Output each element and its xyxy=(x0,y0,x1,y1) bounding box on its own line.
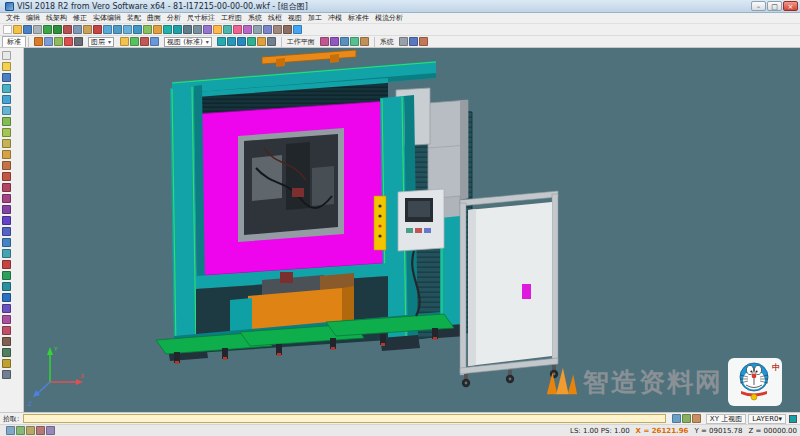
extrude-tool-icon[interactable] xyxy=(2,271,11,280)
trim-tool-icon[interactable] xyxy=(2,161,11,170)
scale-tool-icon[interactable] xyxy=(2,238,11,247)
attribute-match-icon[interactable] xyxy=(44,37,53,46)
view-name-field[interactable]: XY 上视图 xyxy=(706,414,746,424)
layer-field[interactable]: LAYER0 ▾ xyxy=(748,414,786,424)
system-macro-icon[interactable] xyxy=(419,37,428,46)
workplane-3pt-icon[interactable] xyxy=(350,37,359,46)
fillet-tool-icon[interactable] xyxy=(2,183,11,192)
sweep-tool-icon[interactable] xyxy=(2,293,11,302)
pattern-tool-icon[interactable] xyxy=(2,348,11,357)
layer-off-icon[interactable] xyxy=(140,37,149,46)
help-icon[interactable] xyxy=(293,25,302,34)
hole-feature-icon[interactable] xyxy=(2,337,11,346)
move-tool-icon[interactable] xyxy=(2,216,11,225)
menu-item[interactable]: 实体编辑 xyxy=(90,13,124,23)
shell-tool-icon[interactable] xyxy=(2,315,11,324)
cut-icon[interactable] xyxy=(63,25,72,34)
mirror-tool-icon[interactable] xyxy=(2,205,11,214)
boolean-union-icon[interactable] xyxy=(2,326,11,335)
menu-item[interactable]: 冲模 xyxy=(325,13,345,23)
layer-on-icon[interactable] xyxy=(130,37,139,46)
layer-manager-icon[interactable] xyxy=(213,25,222,34)
annotation-tool-icon[interactable] xyxy=(2,370,11,379)
view-shade-icon[interactable] xyxy=(267,37,276,46)
close-button[interactable]: × xyxy=(783,1,798,11)
command-input[interactable] xyxy=(23,414,666,423)
zoom-window-icon[interactable] xyxy=(123,25,132,34)
snap-icon[interactable] xyxy=(243,25,252,34)
dimension-tool-icon[interactable] xyxy=(2,359,11,368)
workplane-normal-icon[interactable] xyxy=(360,37,369,46)
rotate-tool-icon[interactable] xyxy=(2,227,11,236)
layer-new-icon[interactable] xyxy=(120,37,129,46)
delete-entity-icon[interactable] xyxy=(2,260,11,269)
toolbar-tab-standard[interactable]: 标准 xyxy=(2,36,26,47)
new-file-icon[interactable] xyxy=(3,25,12,34)
iso-view-icon[interactable] xyxy=(163,25,172,34)
top-view-icon[interactable] xyxy=(173,25,182,34)
system-settings-icon[interactable] xyxy=(399,37,408,46)
loft-tool-icon[interactable] xyxy=(2,304,11,313)
button-strip[interactable] xyxy=(374,196,386,250)
view-cube-icon[interactable] xyxy=(672,414,681,423)
filter-icon[interactable] xyxy=(54,37,63,46)
maximize-button[interactable]: □ xyxy=(767,1,782,11)
menu-item[interactable]: 曲面 xyxy=(144,13,164,23)
spline-tool-icon[interactable] xyxy=(2,139,11,148)
rectangle-tool-icon[interactable] xyxy=(2,117,11,126)
menu-item[interactable]: 分析 xyxy=(164,13,184,23)
polygon-tool-icon[interactable] xyxy=(2,128,11,137)
view-side-icon[interactable] xyxy=(237,37,246,46)
zoom-in-icon[interactable] xyxy=(103,25,112,34)
circle-tool-icon[interactable] xyxy=(2,95,11,104)
color-swatch-icon[interactable] xyxy=(64,37,73,46)
workplane-zx-icon[interactable] xyxy=(340,37,349,46)
arc-tool-icon[interactable] xyxy=(2,84,11,93)
menu-item[interactable]: 尺寸标注 xyxy=(184,13,218,23)
attribute-paint-icon[interactable] xyxy=(34,37,43,46)
view-refresh-icon[interactable] xyxy=(257,37,266,46)
ortho-toggle-icon[interactable] xyxy=(16,426,25,435)
revolve-tool-icon[interactable] xyxy=(2,282,11,291)
properties-icon[interactable] xyxy=(273,25,282,34)
redo-icon[interactable] xyxy=(53,25,62,34)
pan-icon[interactable] xyxy=(143,25,152,34)
undo-icon[interactable] xyxy=(43,25,52,34)
open-folder-icon[interactable] xyxy=(13,25,22,34)
grid-icon[interactable] xyxy=(253,25,262,34)
menu-item[interactable]: 编辑 xyxy=(23,13,43,23)
menu-item[interactable]: 视图 xyxy=(285,13,305,23)
menu-item[interactable]: 装配 xyxy=(124,13,144,23)
selection-filter-icon[interactable] xyxy=(263,25,272,34)
snap-toggle-icon[interactable] xyxy=(6,426,15,435)
view-combo[interactable]: 视图 (标准) ▾ xyxy=(164,37,212,47)
grid-snap-icon[interactable] xyxy=(682,414,691,423)
viewport-3d[interactable]: Y X Z 智造资料网 xyxy=(24,48,800,412)
menu-item[interactable]: 线框 xyxy=(265,13,285,23)
menu-item[interactable]: 系统 xyxy=(245,13,265,23)
rotate-view-icon[interactable] xyxy=(153,25,162,34)
wp-lock-toggle-icon[interactable] xyxy=(36,426,45,435)
entity-snap-icon[interactable] xyxy=(692,414,701,423)
safety-panel-magenta[interactable] xyxy=(196,101,388,276)
wireframe-view-icon[interactable] xyxy=(193,25,202,34)
save-icon[interactable] xyxy=(23,25,32,34)
layer-isolate-icon[interactable] xyxy=(150,37,159,46)
minimize-button[interactable]: – xyxy=(751,1,766,11)
menu-item[interactable]: 文件 xyxy=(3,13,23,23)
view-iso-icon[interactable] xyxy=(247,37,256,46)
line-style-icon[interactable] xyxy=(74,37,83,46)
copy-tool-icon[interactable] xyxy=(2,249,11,258)
zoom-out-icon[interactable] xyxy=(113,25,122,34)
system-calculator-icon[interactable] xyxy=(409,37,418,46)
select-tool-icon[interactable] xyxy=(2,51,11,60)
menu-item[interactable]: 加工 xyxy=(305,13,325,23)
view-front-icon[interactable] xyxy=(227,37,236,46)
menu-item[interactable]: 标准件 xyxy=(345,13,372,23)
chamfer-tool-icon[interactable] xyxy=(2,194,11,203)
workplane-icon[interactable] xyxy=(223,25,232,34)
hide-show-icon[interactable] xyxy=(203,25,212,34)
print-icon[interactable] xyxy=(33,25,42,34)
menu-item[interactable]: 模流分析 xyxy=(372,13,406,23)
active-color-swatch[interactable] xyxy=(789,415,797,423)
